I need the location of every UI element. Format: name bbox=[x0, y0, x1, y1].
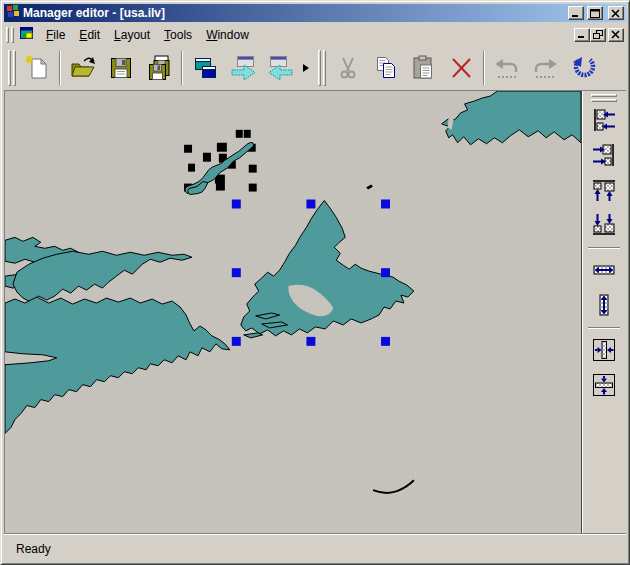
mdi-minimize-button[interactable] bbox=[574, 28, 590, 42]
same-height-button[interactable] bbox=[586, 288, 622, 322]
scissors-icon bbox=[333, 54, 361, 82]
save-all-button[interactable] bbox=[140, 49, 178, 87]
toolbar-separator bbox=[483, 51, 485, 85]
align-right-icon bbox=[591, 142, 617, 168]
center-vertical-icon bbox=[591, 372, 617, 398]
align-left-icon bbox=[591, 107, 617, 133]
side-toolbar-separator bbox=[588, 247, 620, 249]
app-icon bbox=[6, 4, 20, 22]
toolbar-grip[interactable] bbox=[13, 50, 16, 86]
same-width-button[interactable] bbox=[586, 253, 622, 287]
small-island bbox=[366, 185, 373, 190]
minimize-icon bbox=[571, 9, 581, 18]
refresh-button[interactable] bbox=[564, 49, 602, 87]
toolbar-overflow-button[interactable] bbox=[302, 63, 310, 73]
menubar-grip[interactable] bbox=[6, 27, 9, 43]
new-document-icon bbox=[23, 54, 51, 82]
menu-edit[interactable]: Edit bbox=[72, 25, 107, 45]
toolbar-grip[interactable] bbox=[8, 50, 11, 86]
side-toolbar-separator bbox=[588, 327, 620, 329]
clipboard-icon bbox=[409, 54, 437, 82]
status-text: Ready bbox=[16, 542, 51, 556]
open-folder-icon bbox=[69, 54, 97, 82]
save-icon bbox=[107, 54, 135, 82]
center-horizontal-icon bbox=[591, 337, 617, 363]
islet bbox=[244, 333, 263, 338]
close-icon bbox=[611, 30, 621, 39]
client-area bbox=[4, 90, 626, 533]
mdi-restore-button[interactable] bbox=[590, 28, 606, 42]
toolbar-grip[interactable] bbox=[323, 50, 326, 86]
next-window-button[interactable] bbox=[224, 49, 262, 87]
map-canvas[interactable] bbox=[5, 91, 582, 533]
island-sable[interactable] bbox=[373, 480, 414, 493]
align-left-button[interactable] bbox=[586, 103, 622, 137]
align-top-button[interactable] bbox=[586, 173, 622, 207]
redo-button[interactable] bbox=[526, 49, 564, 87]
save-all-icon bbox=[145, 54, 173, 82]
selection-handles-black[interactable] bbox=[184, 130, 257, 192]
menu-layout[interactable]: Layout bbox=[107, 25, 157, 45]
center-horizontal-button[interactable] bbox=[586, 333, 622, 367]
redo-icon bbox=[531, 54, 559, 82]
minimize-icon bbox=[577, 30, 587, 39]
align-bottom-icon bbox=[591, 212, 617, 238]
app-window: Manager editor - [usa.ilv] File Edit Lay… bbox=[0, 0, 630, 565]
next-window-icon bbox=[229, 54, 257, 82]
menu-tools[interactable]: Tools bbox=[157, 25, 199, 45]
title-bar[interactable]: Manager editor - [usa.ilv] bbox=[4, 4, 626, 22]
close-button[interactable] bbox=[608, 6, 624, 20]
maximize-icon bbox=[590, 9, 600, 18]
restore-icon bbox=[593, 30, 603, 39]
same-height-icon bbox=[591, 292, 617, 318]
previous-window-icon bbox=[267, 54, 295, 82]
undo-icon bbox=[493, 54, 521, 82]
window-title: Manager editor - [usa.ilv] bbox=[23, 4, 565, 22]
menu-bar: File Edit Layout Tools Window bbox=[4, 22, 626, 46]
cut-button[interactable] bbox=[328, 49, 366, 87]
status-bar: Ready bbox=[4, 533, 626, 561]
center-vertical-button[interactable] bbox=[586, 368, 622, 402]
toolbar-file-group bbox=[8, 49, 312, 87]
align-bottom-button[interactable] bbox=[586, 208, 622, 242]
copy-icon bbox=[371, 54, 399, 82]
paste-button[interactable] bbox=[404, 49, 442, 87]
toolbar-edit-group bbox=[318, 49, 602, 87]
side-toolbar-grip[interactable] bbox=[591, 99, 617, 102]
toolbar-separator bbox=[59, 51, 61, 85]
delete-button[interactable] bbox=[442, 49, 480, 87]
menubar-grip[interactable] bbox=[11, 27, 14, 43]
align-top-icon bbox=[591, 177, 617, 203]
cascade-windows-button[interactable] bbox=[186, 49, 224, 87]
maximize-button[interactable] bbox=[587, 6, 603, 20]
menu-file[interactable]: File bbox=[39, 25, 72, 45]
open-file-button[interactable] bbox=[64, 49, 102, 87]
mdi-close-button[interactable] bbox=[608, 28, 624, 42]
same-width-icon bbox=[591, 257, 617, 283]
undo-button[interactable] bbox=[488, 49, 526, 87]
menu-window[interactable]: Window bbox=[199, 25, 256, 45]
minimize-button[interactable] bbox=[568, 6, 584, 20]
toolbar bbox=[4, 46, 626, 90]
alignment-toolbar bbox=[582, 91, 626, 533]
cascade-windows-icon bbox=[191, 54, 219, 82]
side-toolbar-grip[interactable] bbox=[591, 94, 617, 97]
align-right-button[interactable] bbox=[586, 138, 622, 172]
landmass-newfoundland[interactable] bbox=[442, 91, 581, 145]
new-document-button[interactable] bbox=[18, 49, 56, 87]
close-icon bbox=[611, 9, 621, 18]
chevron-right-icon bbox=[302, 63, 310, 73]
toolbar-separator bbox=[181, 51, 183, 85]
copy-button[interactable] bbox=[366, 49, 404, 87]
delete-x-icon bbox=[447, 54, 475, 82]
previous-window-button[interactable] bbox=[262, 49, 300, 87]
landmass-nova-scotia[interactable] bbox=[5, 297, 230, 433]
document-icon[interactable] bbox=[19, 25, 35, 45]
toolbar-grip[interactable] bbox=[318, 50, 321, 86]
save-button[interactable] bbox=[102, 49, 140, 87]
refresh-icon bbox=[569, 54, 597, 82]
